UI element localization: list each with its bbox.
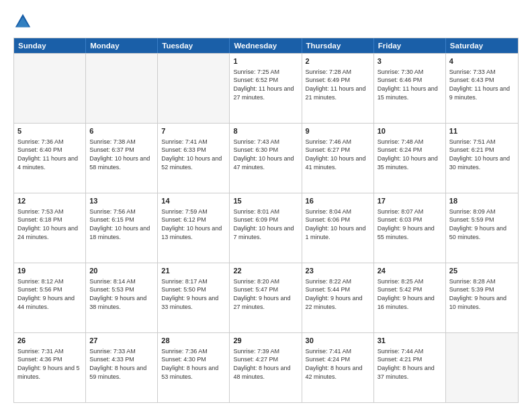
cell-info: Sunrise: 7:36 AM Sunset: 6:40 PM Dayligh…	[17, 138, 82, 171]
cell-info: Sunrise: 7:43 AM Sunset: 6:30 PM Dayligh…	[233, 138, 298, 171]
cal-cell: 23Sunrise: 8:22 AM Sunset: 5:44 PM Dayli…	[302, 263, 374, 332]
cell-info: Sunrise: 8:01 AM Sunset: 6:09 PM Dayligh…	[233, 208, 298, 241]
day-number: 28	[161, 336, 226, 346]
calendar: SundayMondayTuesdayWednesdayThursdayFrid…	[13, 38, 519, 403]
cal-cell: 18Sunrise: 8:09 AM Sunset: 5:59 PM Dayli…	[446, 193, 518, 263]
cell-info: Sunrise: 8:04 AM Sunset: 6:06 PM Dayligh…	[306, 208, 370, 241]
cell-info: Sunrise: 7:38 AM Sunset: 6:37 PM Dayligh…	[89, 138, 154, 171]
logo	[13, 12, 35, 31]
cell-info: Sunrise: 8:22 AM Sunset: 5:44 PM Dayligh…	[306, 277, 370, 311]
cell-info: Sunrise: 8:28 AM Sunset: 5:39 PM Dayligh…	[449, 277, 515, 311]
cal-cell: 5Sunrise: 7:36 AM Sunset: 6:40 PM Daylig…	[14, 124, 86, 193]
cal-cell: 8Sunrise: 7:43 AM Sunset: 6:30 PM Daylig…	[230, 124, 302, 193]
header-day-monday: Monday	[86, 38, 158, 53]
cell-info: Sunrise: 7:30 AM Sunset: 6:46 PM Dayligh…	[378, 68, 442, 101]
header-day-friday: Friday	[374, 38, 446, 53]
cell-info: Sunrise: 7:46 AM Sunset: 6:27 PM Dayligh…	[306, 138, 370, 171]
page: SundayMondayTuesdayWednesdayThursdayFrid…	[0, 0, 532, 411]
cell-info: Sunrise: 7:39 AM Sunset: 4:27 PM Dayligh…	[233, 347, 298, 381]
day-number: 26	[17, 336, 82, 346]
cell-info: Sunrise: 8:07 AM Sunset: 6:03 PM Dayligh…	[378, 208, 442, 241]
day-number: 6	[89, 126, 154, 136]
cal-cell: 10Sunrise: 7:48 AM Sunset: 6:24 PM Dayli…	[374, 124, 446, 193]
cal-cell: 14Sunrise: 7:59 AM Sunset: 6:12 PM Dayli…	[158, 193, 230, 263]
cell-info: Sunrise: 7:56 AM Sunset: 6:15 PM Dayligh…	[89, 208, 154, 241]
week-row-5: 26Sunrise: 7:31 AM Sunset: 4:36 PM Dayli…	[14, 332, 518, 402]
week-row-2: 5Sunrise: 7:36 AM Sunset: 6:40 PM Daylig…	[14, 123, 518, 193]
day-number: 17	[378, 196, 442, 206]
cal-cell	[86, 54, 158, 123]
cell-info: Sunrise: 7:36 AM Sunset: 4:30 PM Dayligh…	[161, 347, 226, 381]
logo-icon	[13, 12, 32, 31]
cal-cell: 31Sunrise: 7:44 AM Sunset: 4:21 PM Dayli…	[374, 333, 446, 402]
calendar-body: 1Sunrise: 7:25 AM Sunset: 6:52 PM Daylig…	[14, 53, 518, 402]
cal-cell: 20Sunrise: 8:14 AM Sunset: 5:53 PM Dayli…	[86, 263, 158, 332]
cell-info: Sunrise: 7:41 AM Sunset: 4:24 PM Dayligh…	[306, 347, 370, 381]
cal-cell: 21Sunrise: 8:17 AM Sunset: 5:50 PM Dayli…	[158, 263, 230, 332]
cell-info: Sunrise: 8:20 AM Sunset: 5:47 PM Dayligh…	[233, 277, 298, 311]
day-number: 13	[89, 196, 154, 206]
cal-cell: 9Sunrise: 7:46 AM Sunset: 6:27 PM Daylig…	[302, 124, 374, 193]
cal-cell: 25Sunrise: 8:28 AM Sunset: 5:39 PM Dayli…	[446, 263, 518, 332]
day-number: 23	[306, 266, 370, 276]
cell-info: Sunrise: 7:33 AM Sunset: 6:43 PM Dayligh…	[449, 68, 515, 101]
week-row-1: 1Sunrise: 7:25 AM Sunset: 6:52 PM Daylig…	[14, 53, 518, 123]
day-number: 10	[378, 126, 442, 136]
cal-cell: 26Sunrise: 7:31 AM Sunset: 4:36 PM Dayli…	[14, 333, 86, 402]
cell-info: Sunrise: 8:14 AM Sunset: 5:53 PM Dayligh…	[89, 277, 154, 311]
cell-info: Sunrise: 7:59 AM Sunset: 6:12 PM Dayligh…	[161, 208, 226, 241]
day-number: 24	[378, 266, 442, 276]
day-number: 18	[449, 196, 515, 206]
day-number: 16	[306, 196, 370, 206]
cell-info: Sunrise: 7:25 AM Sunset: 6:52 PM Dayligh…	[233, 68, 298, 101]
cal-cell: 7Sunrise: 7:41 AM Sunset: 6:33 PM Daylig…	[158, 124, 230, 193]
day-number: 25	[449, 266, 515, 276]
day-number: 12	[17, 196, 82, 206]
cell-info: Sunrise: 7:53 AM Sunset: 6:18 PM Dayligh…	[17, 208, 82, 241]
day-number: 30	[306, 336, 370, 346]
cal-cell: 28Sunrise: 7:36 AM Sunset: 4:30 PM Dayli…	[158, 333, 230, 402]
day-number: 21	[161, 266, 226, 276]
cal-cell: 11Sunrise: 7:51 AM Sunset: 6:21 PM Dayli…	[446, 124, 518, 193]
header-day-saturday: Saturday	[446, 38, 518, 53]
cal-cell: 27Sunrise: 7:33 AM Sunset: 4:33 PM Dayli…	[86, 333, 158, 402]
day-number: 22	[233, 266, 298, 276]
cal-cell	[14, 54, 86, 123]
cal-cell: 13Sunrise: 7:56 AM Sunset: 6:15 PM Dayli…	[86, 193, 158, 263]
cell-info: Sunrise: 8:12 AM Sunset: 5:56 PM Dayligh…	[17, 277, 82, 311]
cal-cell: 6Sunrise: 7:38 AM Sunset: 6:37 PM Daylig…	[86, 124, 158, 193]
day-number: 3	[378, 56, 442, 66]
day-number: 14	[161, 196, 226, 206]
cal-cell	[158, 54, 230, 123]
cell-info: Sunrise: 7:48 AM Sunset: 6:24 PM Dayligh…	[378, 138, 442, 171]
cell-info: Sunrise: 8:17 AM Sunset: 5:50 PM Dayligh…	[161, 277, 226, 311]
day-number: 2	[306, 56, 370, 66]
header-day-thursday: Thursday	[302, 38, 374, 53]
cell-info: Sunrise: 7:51 AM Sunset: 6:21 PM Dayligh…	[449, 138, 515, 171]
cell-info: Sunrise: 7:28 AM Sunset: 6:49 PM Dayligh…	[306, 68, 370, 101]
header-day-wednesday: Wednesday	[230, 38, 302, 53]
week-row-4: 19Sunrise: 8:12 AM Sunset: 5:56 PM Dayli…	[14, 263, 518, 332]
day-number: 20	[89, 266, 154, 276]
day-number: 4	[449, 56, 515, 66]
day-number: 9	[306, 126, 370, 136]
day-number: 27	[89, 336, 154, 346]
cell-info: Sunrise: 8:25 AM Sunset: 5:42 PM Dayligh…	[378, 277, 442, 311]
cal-cell: 15Sunrise: 8:01 AM Sunset: 6:09 PM Dayli…	[230, 193, 302, 263]
day-number: 15	[233, 196, 298, 206]
day-number: 11	[449, 126, 515, 136]
cell-info: Sunrise: 7:44 AM Sunset: 4:21 PM Dayligh…	[378, 347, 442, 381]
cal-cell: 2Sunrise: 7:28 AM Sunset: 6:49 PM Daylig…	[302, 54, 374, 123]
cal-cell: 24Sunrise: 8:25 AM Sunset: 5:42 PM Dayli…	[374, 263, 446, 332]
cal-cell: 29Sunrise: 7:39 AM Sunset: 4:27 PM Dayli…	[230, 333, 302, 402]
cell-info: Sunrise: 7:31 AM Sunset: 4:36 PM Dayligh…	[17, 347, 82, 381]
cal-cell: 1Sunrise: 7:25 AM Sunset: 6:52 PM Daylig…	[230, 54, 302, 123]
cal-cell: 22Sunrise: 8:20 AM Sunset: 5:47 PM Dayli…	[230, 263, 302, 332]
day-number: 31	[378, 336, 442, 346]
cal-cell: 30Sunrise: 7:41 AM Sunset: 4:24 PM Dayli…	[302, 333, 374, 402]
cal-cell	[446, 333, 518, 402]
header	[13, 12, 519, 31]
cal-cell: 12Sunrise: 7:53 AM Sunset: 6:18 PM Dayli…	[14, 193, 86, 263]
cell-info: Sunrise: 8:09 AM Sunset: 5:59 PM Dayligh…	[449, 208, 515, 241]
week-row-3: 12Sunrise: 7:53 AM Sunset: 6:18 PM Dayli…	[14, 193, 518, 263]
